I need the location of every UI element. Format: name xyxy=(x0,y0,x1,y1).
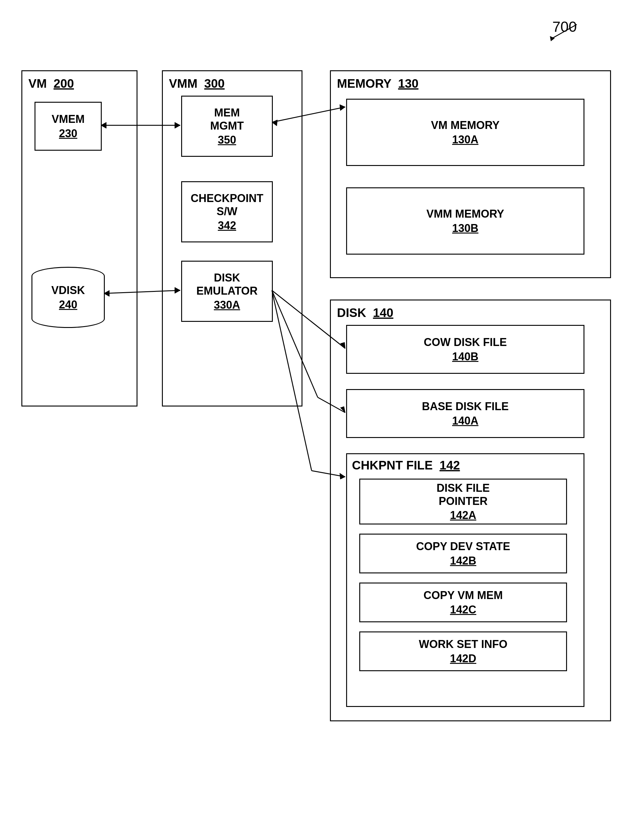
chkpnt-file-ref: 142 xyxy=(440,459,460,472)
work-set-info-label: WORK SET INFO xyxy=(419,638,508,651)
vmem-label: VMEM xyxy=(52,112,85,126)
vm-ref: 200 xyxy=(54,77,74,90)
figure-arrow xyxy=(528,15,589,46)
cow-disk-file-ref: 140B xyxy=(452,350,479,363)
vdisk-box: VDISK 240 xyxy=(32,267,105,328)
cow-disk-file-box: COW DISK FILE 140B xyxy=(346,325,584,374)
cow-disk-file-label: COW DISK FILE xyxy=(424,336,507,349)
vmm-box: VMM 300 MEMMGMT 350 CHECKPOINTS/W 342 DI… xyxy=(162,70,303,406)
vmem-box: VMEM 230 xyxy=(35,102,102,151)
vm-memory-ref: 130A xyxy=(452,133,479,146)
copy-dev-state-label: COPY DEV STATE xyxy=(416,540,510,553)
diagram-container: 700 VM 200 VMEM 230 VDISK 240 VMM 300 ME… xyxy=(0,0,644,813)
copy-vm-mem-box: COPY VM MEM 142C xyxy=(359,583,567,622)
disk-box: DISK 140 COW DISK FILE 140B BASE DISK FI… xyxy=(330,299,611,721)
work-set-info-box: WORK SET INFO 142D xyxy=(359,632,567,671)
disk-file-pointer-ref: 142A xyxy=(450,509,476,522)
disk-emulator-ref: 330A xyxy=(214,299,240,311)
vmm-memory-label: VMM MEMORY xyxy=(427,207,505,220)
base-disk-file-ref: 140A xyxy=(452,414,479,427)
chkpnt-file-box: CHKPNT FILE 142 DISK FILEPOINTER 142A CO… xyxy=(346,453,584,707)
disk-emulator-box: DISKEMULATOR 330A xyxy=(181,261,273,322)
chkpnt-file-label: CHKPNT FILE 142 xyxy=(352,459,460,472)
svg-line-0 xyxy=(552,25,577,38)
vm-label: VM 200 xyxy=(28,77,74,91)
work-set-info-ref: 142D xyxy=(450,652,476,665)
vmm-ref: 300 xyxy=(204,77,225,90)
base-disk-file-label: BASE DISK FILE xyxy=(422,400,509,413)
copy-dev-state-ref: 142B xyxy=(450,554,476,567)
vm-box: VM 200 VMEM 230 VDISK 240 xyxy=(21,70,138,406)
copy-vm-mem-ref: 142C xyxy=(450,603,476,616)
mem-mgmt-ref: 350 xyxy=(218,133,236,146)
copy-dev-state-box: COPY DEV STATE 142B xyxy=(359,534,567,574)
disk-file-pointer-label: DISK FILEPOINTER xyxy=(437,482,490,508)
copy-vm-mem-label: COPY VM MEM xyxy=(424,589,503,602)
mem-mgmt-box: MEMMGMT 350 xyxy=(181,96,273,157)
vmem-ref: 230 xyxy=(59,127,77,140)
memory-box: MEMORY 130 VM MEMORY 130A VMM MEMORY 130… xyxy=(330,70,611,278)
checkpoint-sw-box: CHECKPOINTS/W 342 xyxy=(181,181,273,242)
disk-ref: 140 xyxy=(373,306,393,319)
vmm-label: VMM 300 xyxy=(169,77,225,91)
vm-memory-box: VM MEMORY 130A xyxy=(346,99,584,166)
memory-label: MEMORY 130 xyxy=(337,77,419,91)
checkpoint-sw-ref: 342 xyxy=(218,219,236,232)
checkpoint-sw-label: CHECKPOINTS/W xyxy=(191,192,263,218)
vmm-memory-ref: 130B xyxy=(452,222,479,235)
base-disk-file-box: BASE DISK FILE 140A xyxy=(346,389,584,438)
vdisk-label: VDISK xyxy=(51,284,85,297)
vm-memory-label: VM MEMORY xyxy=(431,118,500,132)
disk-file-pointer-box: DISK FILEPOINTER 142A xyxy=(359,479,567,525)
vdisk-ref: 240 xyxy=(59,298,77,311)
memory-ref: 130 xyxy=(398,77,419,90)
vmm-memory-box: VMM MEMORY 130B xyxy=(346,187,584,255)
disk-label: DISK 140 xyxy=(337,306,393,320)
disk-emulator-label: DISKEMULATOR xyxy=(196,271,258,298)
mem-mgmt-label: MEMMGMT xyxy=(210,106,244,132)
